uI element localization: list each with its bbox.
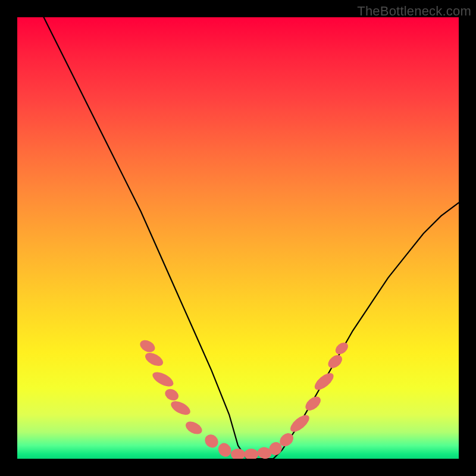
curve-marker [325, 352, 345, 371]
curve-marker [244, 449, 258, 459]
curve-marker [163, 387, 180, 403]
curve-marker [184, 419, 205, 437]
bottleneck-curve-svg [17, 17, 459, 459]
curve-marker [138, 338, 157, 355]
curve-marker [169, 398, 193, 417]
curve-marker [216, 441, 234, 459]
curve-marker [231, 449, 245, 459]
curve-marker [143, 350, 165, 369]
curve-marker [312, 370, 336, 393]
chart-plot-area [17, 17, 459, 459]
curve-marker [151, 369, 176, 390]
curve-marker [303, 394, 323, 414]
curve-markers [138, 338, 350, 459]
curve-marker [333, 340, 350, 357]
bottleneck-curve-path [17, 17, 459, 459]
curve-marker [202, 432, 221, 450]
watermark-label: TheBottleneck.com [357, 4, 471, 19]
curve-marker [287, 412, 312, 434]
